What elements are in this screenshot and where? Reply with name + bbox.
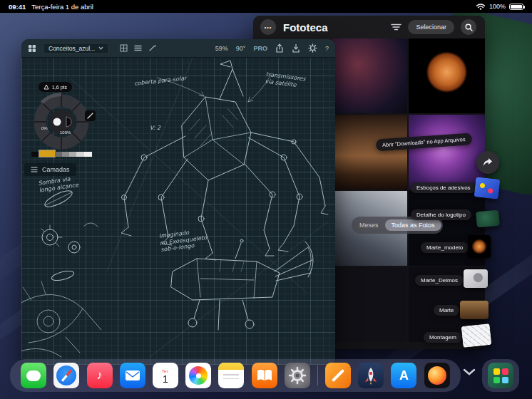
- drag-item-label[interactable]: Esboços de adesivos: [411, 182, 476, 193]
- drag-thumb-deimos[interactable]: [464, 269, 488, 288]
- photos-app-icon[interactable]: [185, 363, 211, 388]
- pencil-icon: [332, 369, 344, 382]
- layers-icon: [31, 167, 38, 172]
- drag-thumb-logo[interactable]: [476, 210, 500, 228]
- swatch-gray1[interactable]: [55, 152, 62, 157]
- notes-header-strip: [218, 363, 244, 370]
- forward-arrow-icon: [482, 157, 493, 167]
- color-swatch-bar[interactable]: [31, 150, 92, 157]
- music-app-icon[interactable]: ♪: [87, 363, 113, 388]
- wifi-icon: [476, 3, 486, 10]
- drag-item-label[interactable]: Marte_Deimos: [415, 275, 464, 286]
- search-icon: [465, 24, 473, 31]
- browser-app-icon[interactable]: [424, 363, 450, 388]
- share-export-icon[interactable]: [275, 43, 284, 53]
- tool-wheel[interactable]: 1,6 pts 0% 100%: [29, 81, 97, 152]
- swatch-gray2[interactable]: [62, 152, 69, 157]
- app-library-dock: [482, 359, 519, 392]
- share-drop-button[interactable]: [476, 151, 499, 174]
- swatch-black[interactable]: [31, 152, 39, 157]
- clock: 09:41: [9, 3, 26, 11]
- open-book-icon: [255, 367, 275, 384]
- filter-icon[interactable]: [391, 23, 401, 31]
- select-button[interactable]: Selecionar: [408, 20, 454, 34]
- drag-thumb-montage[interactable]: [461, 323, 492, 348]
- grid-view-icon[interactable]: [120, 44, 128, 52]
- dock-collapse-chevron[interactable]: [462, 366, 476, 379]
- brush-icon[interactable]: [148, 44, 156, 52]
- drag-item-label[interactable]: Marte_modelo: [421, 242, 469, 253]
- swatch-gray3[interactable]: [69, 152, 76, 157]
- music-note-icon: ♪: [96, 368, 103, 383]
- concepts-toolbar: Conceitos_azul... 59% 90° PRO: [21, 39, 335, 58]
- tab-months[interactable]: Meses: [353, 219, 385, 231]
- swatch-yellow-selected[interactable]: [39, 150, 55, 157]
- drag-thumb-mars-surface[interactable]: [460, 301, 488, 319]
- battery-icon: [509, 4, 523, 10]
- import-icon[interactable]: [292, 43, 300, 53]
- list-view-icon[interactable]: [134, 45, 142, 51]
- notes-app-icon[interactable]: [218, 363, 244, 388]
- pro-badge[interactable]: PRO: [253, 45, 267, 52]
- date-label: Terça-feira 1 de abril: [31, 3, 93, 11]
- drawing-canvas[interactable]: coberta para-solar transmissores via sat…: [21, 58, 335, 365]
- concepts-app-window: Conceitos_azul... 59% 90° PRO: [21, 39, 335, 365]
- pen-nib-icon: [44, 84, 49, 90]
- app-store-app-icon[interactable]: A: [391, 363, 416, 388]
- zoom-level[interactable]: 59%: [215, 45, 228, 52]
- app-library-icon[interactable]: [488, 363, 513, 388]
- photo-thumbnail-desert[interactable]: [331, 115, 407, 190]
- drag-item-label[interactable]: Marte: [434, 305, 459, 316]
- calendar-app-icon[interactable]: Ter. 1: [153, 363, 178, 388]
- document-title: Conceitos_azul...: [48, 45, 95, 52]
- window-options-button[interactable]: •••: [260, 19, 276, 35]
- status-bar: 09:41 Terça-feira 1 de abril 100%: [0, 0, 532, 13]
- mail-app-icon[interactable]: [120, 363, 145, 388]
- photo-thumbnail[interactable]: [331, 267, 407, 342]
- layers-panel-button[interactable]: Camadas: [24, 163, 76, 176]
- chevron-down-icon: [462, 368, 476, 376]
- calendar-day: 1: [163, 373, 168, 384]
- chevron-down-icon: [98, 46, 103, 50]
- app-library-grid: [493, 368, 508, 383]
- stroke-size-pill[interactable]: 1,6 pts: [39, 82, 72, 92]
- safari-app-icon[interactable]: [53, 363, 79, 388]
- concepts-app-icon[interactable]: [325, 363, 351, 388]
- ipad-screen: 09:41 Terça-feira 1 de abril 100% ••• Fo…: [0, 0, 532, 399]
- opacity-min-label: 0%: [41, 126, 48, 130]
- rotation-value[interactable]: 90°: [236, 45, 246, 52]
- envelope-icon: [125, 370, 140, 381]
- photo-thumbnail-purple-nebula[interactable]: [409, 115, 485, 190]
- compass-icon: [56, 366, 76, 385]
- orange-globe-icon: [428, 366, 446, 385]
- flower-icon: [189, 366, 208, 385]
- drag-item-label[interactable]: Montagem: [424, 332, 462, 343]
- tab-all-photos[interactable]: Todas as Fotos: [385, 219, 441, 231]
- drag-item-label[interactable]: Detalhe do logotipo: [411, 209, 471, 220]
- search-button[interactable]: [461, 19, 476, 35]
- photo-thumbnail-mars[interactable]: [409, 38, 485, 113]
- photo-thumbnail-nebula[interactable]: [331, 38, 407, 113]
- settings-gear-icon[interactable]: [308, 43, 317, 53]
- opacity-max-label: 100%: [60, 130, 71, 135]
- battery-percent: 100%: [489, 3, 506, 10]
- help-button[interactable]: ?: [325, 45, 329, 52]
- books-app-icon[interactable]: [252, 363, 277, 388]
- rocket-app-icon[interactable]: [358, 363, 384, 388]
- photos-title: Fototeca: [283, 21, 328, 33]
- swatch-white[interactable]: [84, 152, 92, 157]
- swatch-gray4[interactable]: [76, 152, 84, 157]
- dock: ♪ Ter. 1: [10, 359, 461, 392]
- annotation-version: V: 2: [150, 125, 160, 132]
- app-store-letter: A: [399, 368, 409, 383]
- photos-header: ••• Fototeca Selecionar: [253, 16, 485, 38]
- apps-grid-icon[interactable]: [28, 44, 36, 53]
- settings-app-icon[interactable]: [285, 363, 310, 388]
- speech-bubble-icon: [26, 370, 41, 381]
- messages-app-icon[interactable]: [21, 363, 46, 388]
- drag-thumb-stickers[interactable]: [474, 177, 501, 199]
- document-tab[interactable]: Conceitos_azul...: [43, 43, 109, 54]
- rocket-icon: [362, 366, 380, 385]
- drag-thumb-mars-model[interactable]: [468, 235, 491, 258]
- dock-divider: [317, 366, 318, 385]
